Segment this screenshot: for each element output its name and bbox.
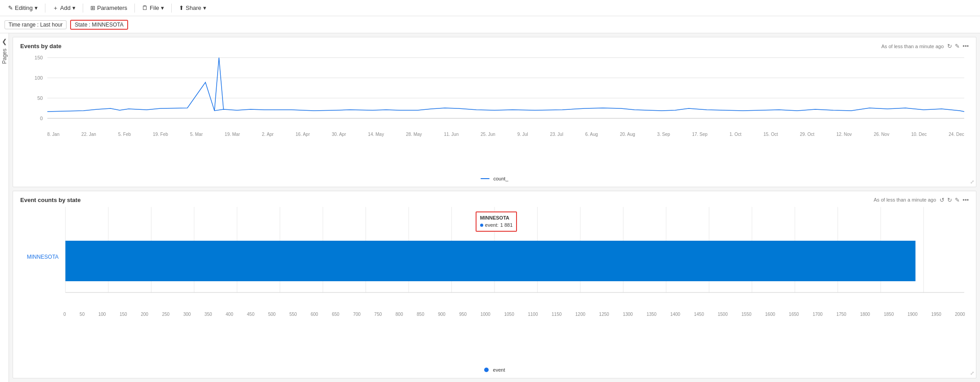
chart1-refresh-icon[interactable]: ↻ (947, 43, 952, 49)
chart2-edit-icon[interactable]: ✎ (955, 197, 960, 203)
filter-bar: Time range : Last hour State : MINNESOTA (0, 16, 980, 33)
bar-minnesota[interactable] (65, 241, 915, 281)
tooltip-event-label: event: (485, 221, 499, 229)
chart1-meta-text: As of less than a minute ago (882, 44, 944, 49)
legend-count-label: count_ (493, 176, 508, 181)
chart2-header: Event counts by state As of less than a … (20, 197, 969, 203)
parameters-label: Parameters (97, 4, 127, 11)
editing-label: Editing (15, 4, 33, 11)
state-filter[interactable]: State : MINNESOTA (70, 20, 128, 30)
svg-text:MINNESOTA: MINNESOTA (27, 254, 59, 260)
file-icon: 🗒 (142, 4, 148, 11)
legend-dot-count (481, 178, 490, 179)
main-area: ❮ Pages Events by date As of less than a… (0, 33, 980, 382)
add-menu[interactable]: ＋ Add ▾ (49, 2, 79, 14)
tooltip-event-value: 1 881 (500, 221, 513, 229)
parameters-menu[interactable]: ⊞ Parameters (87, 3, 131, 13)
legend-event-label: event (493, 367, 505, 373)
add-icon: ＋ (53, 4, 58, 12)
editing-menu[interactable]: ✎ Editing ▾ (4, 3, 41, 13)
legend-dot-event (484, 368, 489, 372)
chart1-edit-icon[interactable]: ✎ (955, 43, 960, 49)
chevron-down-icon3: ▾ (161, 4, 164, 11)
divider3 (134, 4, 135, 13)
bar-chart-container: MINNESOTA event: 1 881 (20, 207, 969, 365)
chart2-meta: As of less than a minute ago ↺ ↻ ✎ ••• (874, 197, 969, 203)
time-range-label: Time range : Last hour (9, 22, 62, 28)
tooltip-box: MINNESOTA event: 1 881 (476, 211, 517, 232)
svg-text:100: 100 (35, 75, 43, 81)
svg-text:150: 150 (35, 55, 43, 60)
chart2-meta-text: As of less than a minute ago (874, 197, 936, 202)
chart1-x-labels: 8. Jan 22. Jan 5. Feb 19. Feb 5. Mar 19.… (47, 132, 964, 137)
chart2-legend: event (20, 367, 969, 373)
chart1-actions: ↻ ✎ ••• (947, 43, 969, 49)
svg-text:0: 0 (40, 116, 43, 121)
chart1-title: Events by date (20, 43, 62, 49)
chart2-title: Event counts by state (20, 197, 80, 203)
parameters-icon: ⊞ (90, 4, 95, 11)
divider1 (45, 4, 45, 13)
chart1-meta: As of less than a minute ago ↻ ✎ ••• (882, 43, 969, 49)
line-chart-container: 150 100 50 0 8. Jan 22. Jan (20, 53, 969, 174)
event-counts-panel: Event counts by state As of less than a … (13, 191, 976, 378)
divider4 (171, 4, 172, 13)
time-range-filter[interactable]: Time range : Last hour (4, 20, 67, 29)
chart2-actions: ↺ ↻ ✎ ••• (940, 197, 969, 203)
chart1-legend: count_ (20, 176, 969, 181)
chart1-header: Events by date As of less than a minute … (20, 43, 969, 49)
chart2-refresh-icon[interactable]: ↻ (947, 197, 952, 203)
chart1-expand-icon[interactable]: ⤢ (970, 179, 974, 185)
chart2-reset-icon[interactable]: ↺ (940, 197, 944, 203)
share-label: Share (186, 4, 201, 11)
events-by-date-panel: Events by date As of less than a minute … (13, 37, 976, 187)
tooltip-row: event: 1 881 (480, 221, 513, 229)
share-icon: ⬆ (179, 4, 184, 11)
file-menu[interactable]: 🗒 File ▾ (138, 3, 168, 13)
line-chart-svg: 150 100 50 0 (20, 53, 969, 130)
collapse-button[interactable]: ❮ (2, 38, 7, 45)
pages-sidebar: ❮ Pages (0, 33, 9, 382)
dashboard-area: Events by date As of less than a minute … (9, 33, 980, 382)
chevron-down-icon: ▾ (35, 4, 38, 11)
pencil-icon: ✎ (8, 4, 13, 11)
state-label: State : MINNESOTA (75, 22, 123, 28)
toolbar: ✎ Editing ▾ ＋ Add ▾ ⊞ Parameters 🗒 File … (0, 0, 980, 16)
chevron-down-icon4: ▾ (203, 4, 206, 11)
svg-text:50: 50 (37, 95, 43, 101)
chevron-down-icon2: ▾ (72, 4, 76, 11)
share-menu[interactable]: ⬆ Share ▾ (175, 3, 210, 13)
divider2 (83, 4, 83, 13)
pages-label: Pages (1, 49, 8, 64)
chart2-x-labels: 0 50 100 150 200 250 300 350 400 450 500… (63, 312, 965, 317)
file-label: File (150, 4, 159, 11)
chart2-more-icon[interactable]: ••• (962, 197, 969, 203)
chart2-expand-icon[interactable]: ⤢ (970, 370, 974, 376)
tooltip-title: MINNESOTA (480, 214, 513, 222)
add-label: Add (60, 4, 71, 11)
chart1-more-icon[interactable]: ••• (962, 43, 969, 49)
tooltip-dot (480, 224, 483, 227)
